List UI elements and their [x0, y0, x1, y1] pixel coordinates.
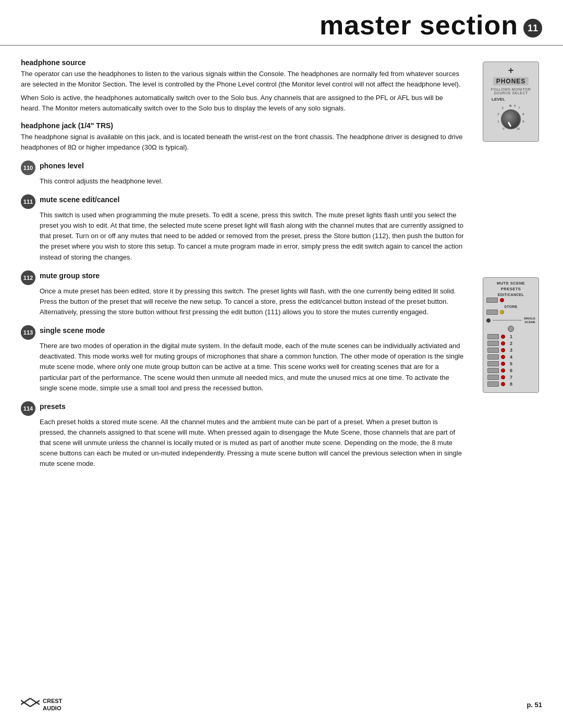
- recessed-button[interactable]: [508, 326, 514, 332]
- single-scene-led: [486, 318, 491, 323]
- preset-row-2: 2: [486, 341, 535, 346]
- preset-row-4: 4: [486, 354, 535, 360]
- preset-num-8: 8: [507, 381, 512, 387]
- item-111: 111 mute scene edit/cancel: [21, 194, 464, 209]
- edit-cancel-led: [500, 298, 504, 302]
- preset-button-7[interactable]: [487, 375, 499, 380]
- audio-name: AUDIO: [43, 705, 62, 712]
- badge-113: 113: [21, 325, 35, 340]
- preset-row-6: 6: [486, 368, 535, 373]
- preset-num-7: 7: [507, 375, 512, 380]
- single-scene-row: SINGLESCENE: [486, 317, 535, 324]
- preset-num-5: 5: [507, 361, 512, 366]
- preset-led-3: [501, 348, 505, 352]
- preset-led-7: [501, 375, 505, 379]
- text-column: headphone source The operator can use th…: [21, 51, 480, 473]
- preset-num-1: 1: [507, 334, 512, 339]
- preset-led-1: [501, 335, 505, 339]
- item-114: 114 presets: [21, 401, 464, 416]
- headphone-jack-heading: headphone jack (1/4" TRS): [21, 121, 464, 130]
- crest-name: CREST: [43, 698, 62, 705]
- mute-scene-panel: MUTE SCENE PRESETS EDIT/CANCEL STORE SIN…: [483, 277, 539, 393]
- badge-111: 111: [21, 194, 35, 209]
- mute-scene-title: MUTE SCENE: [497, 281, 525, 286]
- page-footer: CREST AUDIO p. 51: [0, 692, 563, 718]
- headphone-jack-para1: The headphone signal is available on thi…: [21, 132, 464, 153]
- preset-row-7: 7: [486, 375, 535, 380]
- store-led: [500, 310, 504, 314]
- store-label: STORE: [504, 305, 518, 309]
- preset-row-3: 3: [486, 348, 535, 353]
- item-113-heading: single scene mode: [40, 325, 105, 336]
- phones-sub-label: FOLLOWS MONITORSOURCE SELECT: [491, 88, 531, 95]
- preset-led-6: [501, 368, 505, 373]
- single-line: [493, 320, 522, 320]
- headphone-source-para1: The operator can use the headphones to l…: [21, 69, 464, 90]
- page-title: master section: [320, 9, 518, 41]
- item-111-heading: mute scene edit/cancel: [40, 194, 119, 205]
- preset-num-6: 6: [507, 368, 512, 373]
- item-113: 113 single scene mode: [21, 325, 464, 340]
- preset-led-5: [501, 362, 505, 366]
- badge-114: 114: [21, 401, 35, 416]
- badge-110: 110: [21, 161, 35, 175]
- store-row: [486, 310, 535, 315]
- edit-cancel-label: EDIT/CANCEL: [498, 293, 524, 297]
- preset-num-2: 2: [507, 341, 512, 346]
- edit-cancel-row: [486, 298, 535, 303]
- svg-text:0: 0: [503, 127, 505, 130]
- item-110: 110 phones level: [21, 160, 464, 175]
- preset-row-1: 1: [486, 334, 535, 339]
- crest-icon: [21, 697, 40, 712]
- knob-body[interactable]: [501, 109, 521, 129]
- item-114-heading: presets: [40, 401, 66, 412]
- preset-num-4: 4: [507, 354, 512, 360]
- phones-widget: + PHONES FOLLOWS MONITORSOURCE SELECT LE…: [483, 61, 539, 142]
- item-113-text: There are two modes of operation in the …: [21, 341, 464, 393]
- svg-text:5: 5: [514, 104, 516, 107]
- phones-level-label: LEVEL: [492, 97, 505, 102]
- preset-button-8[interactable]: [487, 381, 499, 387]
- preset-button-5[interactable]: [487, 361, 499, 366]
- item-110-heading: phones level: [40, 160, 84, 171]
- svg-text:8: 8: [522, 113, 524, 116]
- svg-text:3: 3: [501, 106, 504, 109]
- headphone-source-para2: When Solo is active, the headphones auto…: [21, 93, 464, 114]
- knob-indicator: [508, 122, 512, 127]
- preset-button-6[interactable]: [487, 368, 499, 373]
- item-114-text: Each preset holds a stored mute scene. A…: [21, 417, 464, 470]
- crest-logo: CREST AUDIO: [21, 697, 62, 712]
- phones-plus-icon: +: [508, 65, 514, 76]
- svg-text:10: 10: [517, 127, 520, 130]
- preset-button-3[interactable]: [487, 348, 499, 353]
- svg-text:7: 7: [518, 106, 520, 109]
- right-panel: + PHONES FOLLOWS MONITORSOURCE SELECT LE…: [480, 51, 542, 473]
- preset-led-2: [501, 341, 505, 346]
- page-number: p. 51: [527, 701, 542, 709]
- crest-text: CREST AUDIO: [43, 698, 62, 711]
- preset-row-8: 8: [486, 381, 535, 387]
- preset-led-4: [501, 355, 505, 359]
- page-header: master section 11: [0, 0, 563, 46]
- preset-led-8: [501, 382, 505, 386]
- headphone-source-heading: headphone source: [21, 58, 464, 67]
- crest-logo-icon: [21, 697, 40, 710]
- preset-button-4[interactable]: [487, 354, 499, 360]
- title-badge: 11: [523, 19, 542, 38]
- svg-text:9: 9: [522, 120, 524, 123]
- item-112-heading: mute group store: [40, 270, 100, 281]
- item-110-text: This control adjusts the headphone level…: [21, 176, 464, 187]
- preset-row-5: 5: [486, 361, 535, 366]
- preset-button-2[interactable]: [487, 341, 499, 346]
- svg-text:1: 1: [497, 120, 499, 123]
- preset-num-3: 3: [507, 348, 512, 353]
- phones-level-knob[interactable]: 6 7 8 9 10 0 1 2 3 4 5: [494, 103, 528, 136]
- store-button[interactable]: [486, 310, 498, 315]
- item-111-text: This switch is used when programming the…: [21, 210, 464, 263]
- main-content: headphone source The operator can use th…: [0, 51, 563, 473]
- mute-presets-label: PRESETS: [501, 287, 521, 291]
- edit-cancel-button[interactable]: [486, 298, 498, 303]
- single-scene-label: SINGLESCENE: [524, 317, 535, 324]
- item-112-text: Once a mute preset has been edited, stor…: [21, 286, 464, 317]
- preset-button-1[interactable]: [487, 334, 499, 339]
